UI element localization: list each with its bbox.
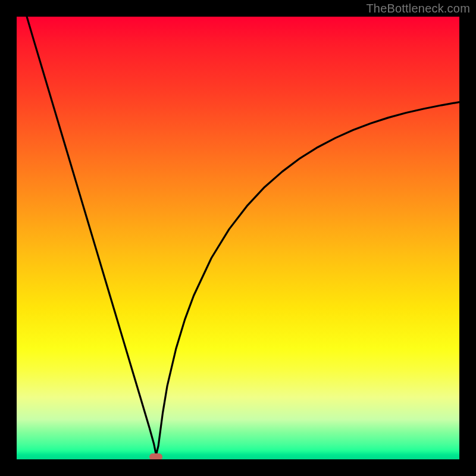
chart-frame: TheBottleneck.com	[0, 0, 476, 476]
optimal-point-marker	[149, 453, 162, 459]
plot-area	[17, 17, 459, 459]
watermark-text: TheBottleneck.com	[366, 2, 470, 15]
bottleneck-curve	[17, 17, 459, 459]
